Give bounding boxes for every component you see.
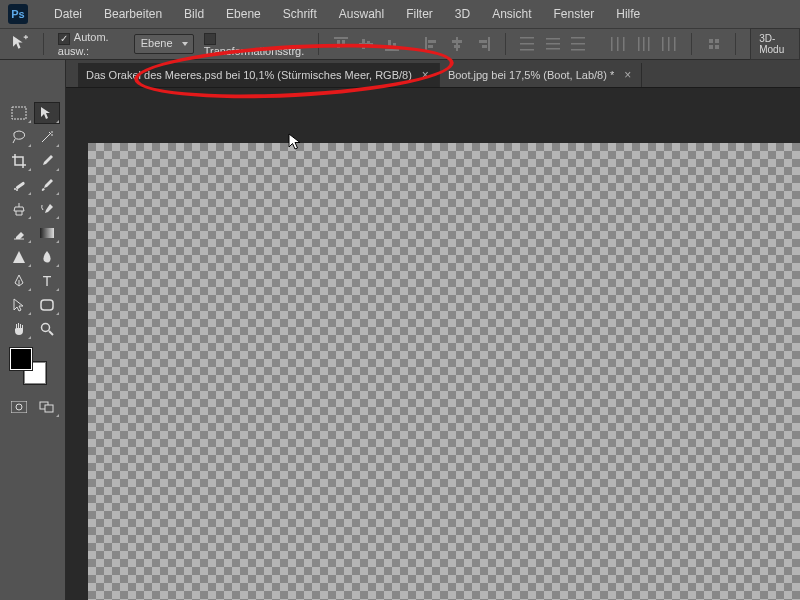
svg-rect-13 xyxy=(452,40,462,43)
tab-label: Boot.jpg bei 17,5% (Boot, Lab/8) * xyxy=(448,69,614,81)
align-top-icon[interactable] xyxy=(333,35,349,53)
svg-rect-21 xyxy=(546,38,560,40)
options-bar: Autom. ausw.: Ebene Transformationsstrg.… xyxy=(0,28,800,60)
document-tab-bar: Das Orakel des Meeres.psd bei 10,1% (Stü… xyxy=(66,60,800,88)
separator xyxy=(505,33,506,55)
menu-ansicht[interactable]: Ansicht xyxy=(490,3,533,25)
menu-filter[interactable]: Filter xyxy=(404,3,435,25)
distribute-top-icon[interactable] xyxy=(519,35,535,53)
auto-select-option[interactable]: Autom. ausw.: xyxy=(58,31,124,56)
checkbox-icon xyxy=(204,33,216,45)
rectangle-tool[interactable] xyxy=(34,294,60,316)
healing-brush-tool[interactable] xyxy=(6,174,32,196)
type-tool[interactable]: T xyxy=(34,270,60,292)
clone-stamp-tool[interactable] xyxy=(6,198,32,220)
svg-rect-5 xyxy=(367,41,370,47)
svg-rect-37 xyxy=(715,39,719,43)
svg-rect-12 xyxy=(456,37,458,51)
pen-triangle-tool[interactable] xyxy=(6,246,32,268)
hand-tool[interactable] xyxy=(6,318,32,340)
3d-mode-button[interactable]: 3D-Modu xyxy=(750,28,800,60)
foreground-color[interactable] xyxy=(10,348,32,370)
svg-rect-9 xyxy=(425,37,427,51)
menu-datei[interactable]: Datei xyxy=(52,3,84,25)
path-select-tool[interactable] xyxy=(6,294,32,316)
svg-rect-31 xyxy=(643,37,645,51)
brush-tool[interactable] xyxy=(34,174,60,196)
distribute-vcenter-icon[interactable] xyxy=(545,35,561,53)
svg-rect-18 xyxy=(520,37,534,39)
menu-3d[interactable]: 3D xyxy=(453,3,472,25)
eraser-tool[interactable] xyxy=(6,222,32,244)
align-right-icon[interactable] xyxy=(475,35,491,53)
menubar: Ps Datei Bearbeiten Bild Ebene Schrift A… xyxy=(0,0,800,28)
svg-rect-34 xyxy=(668,37,670,51)
svg-rect-11 xyxy=(428,45,433,48)
marquee-tool[interactable] xyxy=(6,102,32,124)
svg-rect-26 xyxy=(571,49,585,51)
move-tool[interactable] xyxy=(34,102,60,124)
tab-label: Das Orakel des Meeres.psd bei 10,1% (Stü… xyxy=(86,69,412,81)
document-tab-2[interactable]: Boot.jpg bei 17,5% (Boot, Lab/8) * × xyxy=(440,63,642,87)
workspace: T Das Orakel des Meeres.psd bei 10,1% (S… xyxy=(0,60,800,600)
svg-rect-4 xyxy=(362,39,365,49)
transparent-canvas xyxy=(88,143,800,600)
quick-mask-icon[interactable] xyxy=(6,396,32,418)
toolbox: T xyxy=(0,60,66,600)
separator xyxy=(735,33,736,55)
zoom-tool[interactable] xyxy=(34,318,60,340)
auto-align-icon[interactable] xyxy=(706,35,722,53)
history-brush-tool[interactable] xyxy=(34,198,60,220)
svg-rect-46 xyxy=(41,300,53,310)
blur-tool[interactable] xyxy=(34,246,60,268)
svg-rect-35 xyxy=(674,37,676,51)
svg-rect-51 xyxy=(45,405,53,412)
screen-mode-icon[interactable] xyxy=(34,396,60,418)
lasso-tool[interactable] xyxy=(6,126,32,148)
svg-rect-44 xyxy=(40,228,54,238)
distribute-hcenter-icon[interactable] xyxy=(636,35,652,53)
color-swatch[interactable] xyxy=(10,348,46,384)
svg-point-47 xyxy=(41,324,49,332)
svg-rect-23 xyxy=(546,48,560,50)
align-hcenter-icon[interactable] xyxy=(450,35,466,53)
separator xyxy=(43,33,44,55)
move-tool-icon xyxy=(12,33,29,55)
align-vcenter-icon[interactable] xyxy=(359,35,375,53)
align-bottom-icon[interactable] xyxy=(384,35,400,53)
menu-ebene[interactable]: Ebene xyxy=(224,3,263,25)
menu-bild[interactable]: Bild xyxy=(182,3,206,25)
menu-fenster[interactable]: Fenster xyxy=(552,3,597,25)
distribute-right-icon[interactable] xyxy=(662,35,678,53)
svg-rect-8 xyxy=(393,43,396,48)
distribute-bottom-icon[interactable] xyxy=(570,35,586,53)
close-icon[interactable]: × xyxy=(622,68,633,82)
svg-rect-28 xyxy=(617,37,619,51)
menu-auswahl[interactable]: Auswahl xyxy=(337,3,386,25)
svg-rect-17 xyxy=(482,45,487,48)
align-left-icon[interactable] xyxy=(424,35,440,53)
pen-tool[interactable] xyxy=(6,270,32,292)
transform-controls-option[interactable]: Transformationsstrg. xyxy=(204,31,304,56)
close-icon[interactable]: × xyxy=(420,68,431,82)
magic-wand-tool[interactable] xyxy=(34,126,60,148)
svg-rect-41 xyxy=(15,181,25,189)
menu-bearbeiten[interactable]: Bearbeiten xyxy=(102,3,164,25)
crop-tool[interactable] xyxy=(6,150,32,172)
document-tab-1[interactable]: Das Orakel des Meeres.psd bei 10,1% (Stü… xyxy=(78,63,440,87)
separator xyxy=(318,33,319,55)
canvas-viewport[interactable] xyxy=(66,88,800,600)
document-area: Das Orakel des Meeres.psd bei 10,1% (Stü… xyxy=(66,60,800,600)
target-dropdown[interactable]: Ebene xyxy=(134,34,194,54)
svg-rect-14 xyxy=(454,45,460,48)
svg-rect-22 xyxy=(546,43,560,45)
svg-rect-30 xyxy=(638,37,640,51)
menu-hilfe[interactable]: Hilfe xyxy=(614,3,642,25)
eyedropper-tool[interactable] xyxy=(34,150,60,172)
svg-rect-40 xyxy=(12,107,26,119)
distribute-left-icon[interactable] xyxy=(611,35,627,53)
menu-schrift[interactable]: Schrift xyxy=(281,3,319,25)
gradient-tool[interactable] xyxy=(34,222,60,244)
svg-rect-6 xyxy=(385,49,399,51)
svg-point-49 xyxy=(16,404,22,410)
